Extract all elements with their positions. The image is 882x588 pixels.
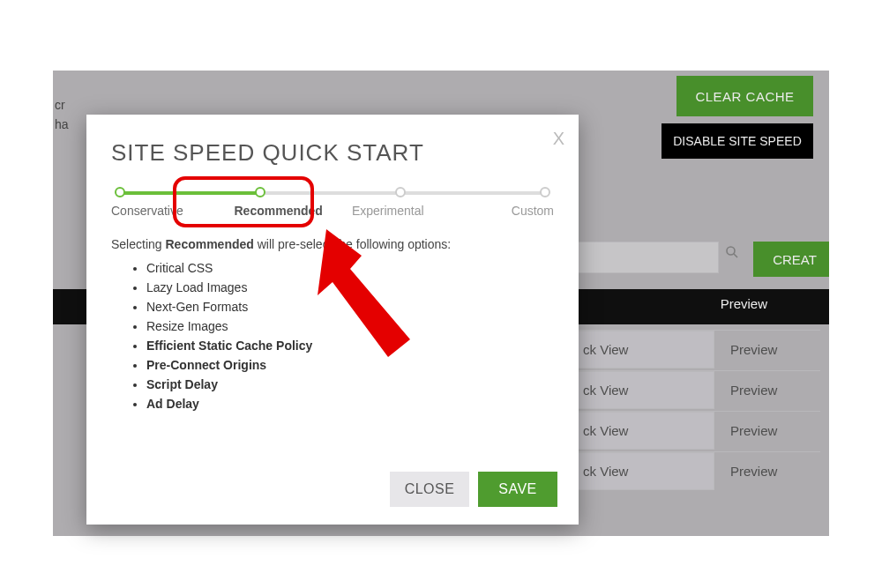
step-label-custom[interactable]: Custom: [444, 204, 555, 218]
slider-stop-custom[interactable]: [540, 187, 550, 197]
desc-bold: Recommended: [165, 237, 253, 251]
modal-save-action[interactable]: SAVE: [478, 472, 557, 507]
annotation-arrow-icon: [313, 229, 428, 370]
step-label-experimental[interactable]: Experimental: [333, 204, 444, 218]
modal-close-action[interactable]: CLOSE: [390, 472, 469, 507]
option-item: Script Delay: [146, 375, 554, 394]
modal-close-button[interactable]: X: [553, 129, 564, 149]
slider-stop-experimental[interactable]: [395, 187, 406, 197]
annotation-highlight-box: [173, 176, 314, 227]
desc-pre: Selecting: [111, 237, 165, 251]
option-item: Ad Delay: [146, 394, 554, 413]
stage: crha CLEAR CACHE DISABLE SITE SPEED CREA…: [0, 0, 882, 588]
svg-marker-2: [318, 229, 410, 357]
modal-title: SITE SPEED QUICK START: [111, 139, 554, 167]
slider-stop-conservative[interactable]: [115, 187, 125, 197]
modal-actions: CLOSE SAVE: [390, 472, 557, 507]
